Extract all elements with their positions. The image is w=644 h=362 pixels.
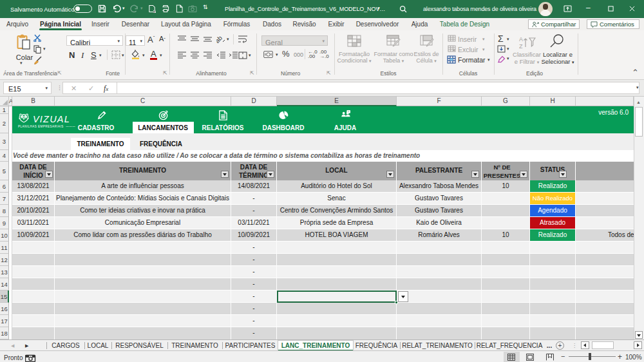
svg-text:ab: ab (216, 35, 223, 43)
svg-text:A: A (519, 36, 523, 43)
svg-text:Z: Z (519, 43, 523, 50)
